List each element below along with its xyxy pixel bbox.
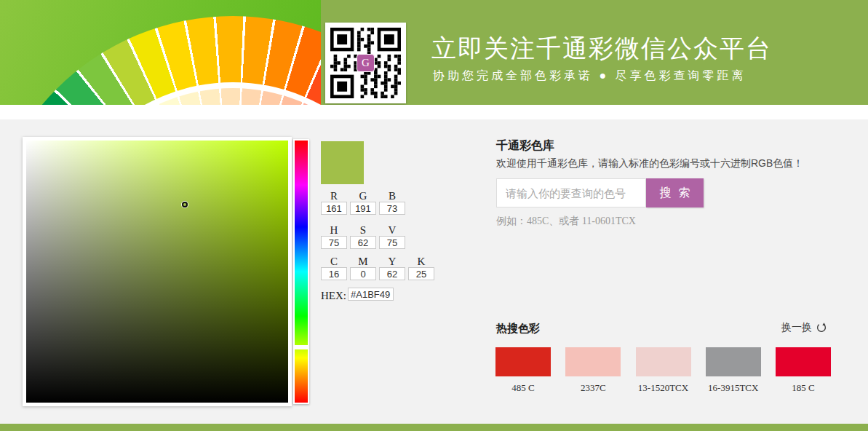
hot-color-code: 16-3915TCX — [706, 382, 761, 394]
saturation-value-picker[interactable] — [23, 137, 292, 406]
cmyk-c-input[interactable] — [321, 267, 347, 280]
label-h: H — [321, 224, 347, 237]
refresh-label: 换一换 — [781, 321, 812, 334]
rgb-g-input[interactable] — [350, 202, 376, 215]
label-k: K — [408, 256, 434, 268]
selected-color-preview — [321, 141, 364, 184]
hot-color-swatch — [776, 347, 831, 376]
hot-color-item[interactable]: 185 C — [776, 347, 831, 394]
hot-color-code: 485 C — [495, 382, 551, 394]
cmyk-k-input[interactable] — [408, 267, 434, 280]
sv-gradient-area[interactable] — [26, 141, 288, 403]
hot-color-swatch — [636, 347, 691, 376]
main-panel: R G B H S V C M Y K HEX: 千通彩色库 欢迎使用千通彩色库… — [0, 119, 868, 424]
label-v: V — [379, 224, 405, 237]
wechat-qr-code: G — [325, 23, 406, 103]
hot-color-code: 185 C — [776, 382, 831, 394]
hot-colors-title: 热搜色彩 — [496, 322, 540, 336]
hue-slider[interactable] — [293, 139, 309, 404]
label-g: G — [350, 190, 376, 202]
library-description: 欢迎使用千通彩色库，请输入标准的色彩编号或十六进制RGB色值！ — [496, 157, 803, 170]
banner-subheadline: 协助您完成全部色彩承诺 ● 尽享色彩查询零距离 — [433, 68, 746, 84]
sv-cursor-handle[interactable] — [182, 202, 188, 207]
hot-color-item[interactable]: 2337C — [565, 347, 621, 394]
label-b: B — [379, 190, 405, 202]
hot-color-item[interactable]: 16-3915TCX — [706, 347, 761, 394]
hot-color-swatch — [706, 347, 761, 376]
library-title: 千通彩色库 — [496, 138, 554, 154]
cmyk-y-input[interactable] — [379, 267, 405, 280]
hue-gradient-strip[interactable] — [295, 141, 308, 403]
refresh-icon — [815, 321, 828, 334]
cmyk-m-input[interactable] — [350, 267, 376, 280]
label-c: C — [321, 256, 347, 268]
label-r: R — [321, 190, 347, 202]
hsv-v-input[interactable] — [379, 236, 405, 249]
search-input[interactable] — [496, 178, 646, 207]
search-button[interactable]: 搜索 — [646, 178, 704, 207]
top-banner: G 立即关注千通彩微信公众平台 协助您完成全部色彩承诺 ● 尽享色彩查询零距离 — [0, 0, 868, 105]
label-m: M — [350, 256, 376, 268]
hot-color-code: 2337C — [565, 382, 621, 394]
hot-color-code: 13-1520TCX — [636, 382, 691, 394]
rgb-b-input[interactable] — [379, 202, 405, 215]
footer-bar — [0, 424, 868, 431]
refresh-colors-button[interactable]: 换一换 — [781, 321, 828, 334]
hex-input[interactable] — [348, 288, 394, 301]
hot-color-item[interactable]: 13-1520TCX — [636, 347, 691, 394]
hsv-h-input[interactable] — [321, 236, 347, 249]
hsv-s-input[interactable] — [350, 236, 376, 249]
label-hex: HEX: — [321, 290, 346, 302]
label-s: S — [350, 224, 376, 237]
rgb-r-input[interactable] — [321, 202, 347, 215]
hot-color-item[interactable]: 485 C — [495, 347, 551, 394]
hot-colors-row: 485 C 2337C 13-1520TCX 16-3915TCX 185 C — [495, 347, 837, 398]
page: G 立即关注千通彩微信公众平台 协助您完成全部色彩承诺 ● 尽享色彩查询零距离 … — [0, 0, 868, 431]
search-example-hint: 例如：485C、或者 11-0601TCX — [496, 215, 636, 228]
sv-gradient-overlay — [26, 141, 288, 403]
brand-logo-icon: G — [357, 54, 375, 72]
label-y: Y — [379, 256, 405, 268]
hot-color-swatch — [495, 347, 551, 376]
hue-slider-handle[interactable] — [293, 345, 309, 349]
hot-color-swatch — [565, 347, 621, 376]
color-fan-photo — [0, 0, 321, 105]
banner-headline: 立即关注千通彩微信公众平台 — [431, 32, 772, 66]
